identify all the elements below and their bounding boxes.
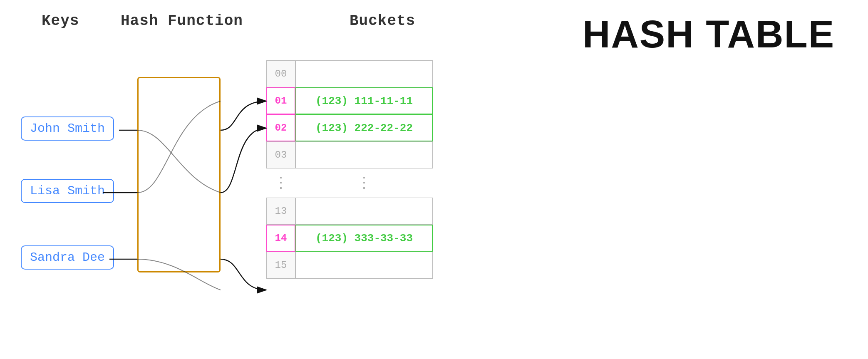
bucket-index-03: 03: [266, 141, 295, 168]
hash-function-label: Hash Function: [121, 12, 243, 30]
keys-label: Keys: [42, 12, 79, 30]
key-sandra-dee: Sandra Dee: [21, 245, 114, 270]
bucket-cell-03: [295, 141, 433, 168]
bucket-index-14: 14: [266, 225, 295, 252]
bucket-index-02: 02: [266, 114, 295, 141]
bucket-index-01: 01: [266, 87, 295, 114]
bucket-index-13: 13: [266, 198, 295, 225]
bucket-row-14: 14 (123) 333-33-33: [266, 225, 433, 252]
bucket-cell-14: (123) 333-33-33: [295, 225, 433, 252]
bucket-area-top: 00 01 (123) 111-11-11 02 (123) 222-22-22…: [266, 60, 433, 279]
bucket-index-00: 00: [266, 60, 295, 87]
buckets-label: Buckets: [350, 12, 415, 30]
bucket-cell-01: (123) 111-11-11: [295, 87, 433, 114]
bucket-row-03: 03: [266, 141, 433, 168]
bucket-dots: ⋮ ⋮: [266, 171, 433, 196]
bucket-cell-15: [295, 252, 433, 279]
dot-cell: ⋮: [295, 174, 433, 192]
bucket-row-00: 00: [266, 60, 433, 87]
bucket-row-13: 13: [266, 198, 433, 225]
bucket-cell-13: [295, 198, 433, 225]
diagram-container: Hash Table Keys Hash Function Buckets Jo…: [0, 0, 868, 359]
bucket-cell-00: [295, 60, 433, 87]
bucket-index-15: 15: [266, 252, 295, 279]
hash-function-box: [137, 77, 221, 272]
bucket-cell-02: (123) 222-22-22: [295, 114, 433, 141]
bucket-row-01: 01 (123) 111-11-11: [266, 87, 433, 114]
bucket-row-15: 15: [266, 252, 433, 279]
bucket-row-02: 02 (123) 222-22-22: [266, 114, 433, 141]
key-lisa-smith: Lisa Smith: [21, 179, 114, 203]
title: Hash Table: [583, 12, 835, 56]
dot-index: ⋮: [266, 174, 295, 192]
key-john-smith: John Smith: [21, 116, 114, 141]
